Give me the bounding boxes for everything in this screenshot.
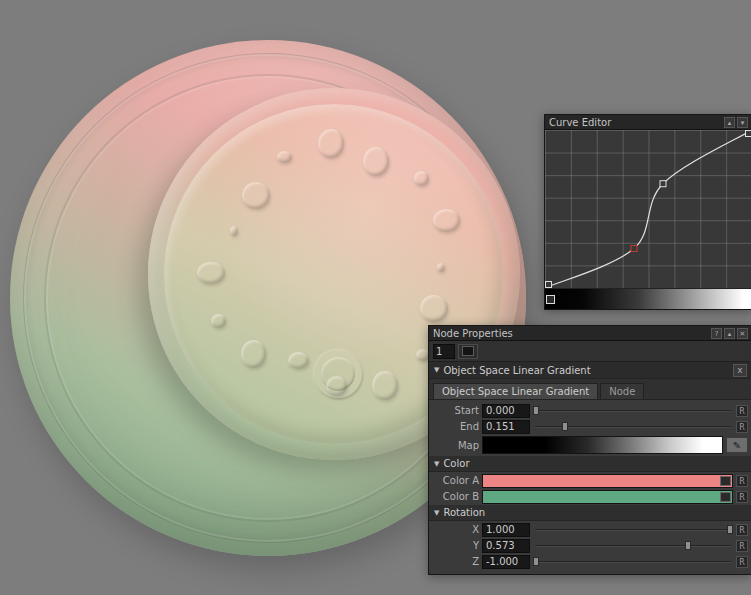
rotation-x-slider-thumb[interactable] <box>727 525 733 534</box>
rotation-x-label: X <box>433 524 479 535</box>
help-icon[interactable]: ? <box>711 328 722 339</box>
map-gradient-preview[interactable] <box>482 436 723 454</box>
node-properties-toolbar: 1 <box>429 341 751 362</box>
rotation-y-slider-thumb[interactable] <box>685 541 691 550</box>
embossed-blob <box>288 352 309 369</box>
embossed-blob <box>433 209 461 232</box>
collapse-icon[interactable]: ▴ <box>724 328 735 339</box>
node-properties-panel: Node Properties ? ▴ ✕ 1 ▼ Object Space L… <box>428 325 751 575</box>
close-icon[interactable]: ✕ <box>737 328 748 339</box>
rotation-z-slider-thumb[interactable] <box>533 557 539 566</box>
color-a-swatch[interactable] <box>482 474 733 488</box>
map-edit-button[interactable]: ✎ <box>726 437 748 453</box>
rotation-x-reset-button[interactable]: R <box>736 524 748 536</box>
embossed-blob <box>242 182 270 209</box>
color-a-reset-button[interactable]: R <box>736 475 748 487</box>
collapse-up-icon[interactable]: ▴ <box>724 117 735 128</box>
rotation-section-header[interactable]: ▼ Rotation <box>429 505 751 521</box>
collapse-triangle-icon: ▼ <box>434 460 439 468</box>
embossed-blob <box>230 226 238 236</box>
start-reset-button[interactable]: R <box>736 405 748 417</box>
color-section-title: Color <box>443 458 469 469</box>
tab-node[interactable]: Node <box>600 383 644 399</box>
property-row-start: Start 0.000 R <box>433 403 748 418</box>
embossed-blob <box>241 340 266 369</box>
curve-graph-area[interactable] <box>545 130 751 289</box>
color-b-swatch[interactable] <box>482 490 733 504</box>
rotation-x-value-field[interactable]: 1.000 <box>482 523 530 537</box>
color-b-label: Color B <box>433 491 479 502</box>
start-slider-track <box>535 410 731 411</box>
node-properties-titlebar-icons: ? ▴ ✕ <box>711 328 748 339</box>
property-row-rotation-y: Y 0.573 R <box>433 538 748 553</box>
embossed-blob <box>420 295 448 322</box>
node-index-field[interactable]: 1 <box>433 344 455 359</box>
property-row-color-b: Color B R <box>433 489 748 504</box>
curve-svg <box>545 130 751 288</box>
gradient-node-title: Object Space Linear Gradient <box>443 365 590 376</box>
embossed-blob <box>277 151 291 163</box>
end-reset-button[interactable]: R <box>736 421 748 433</box>
collapse-down-icon[interactable]: ▾ <box>737 117 748 128</box>
rotation-z-reset-button[interactable]: R <box>736 556 748 568</box>
embossed-blob <box>326 376 347 396</box>
rotation-z-slider-track <box>535 561 731 562</box>
color-b-reset-button[interactable]: R <box>736 491 748 503</box>
node-list-button[interactable] <box>458 344 478 359</box>
start-slider-thumb[interactable] <box>533 406 539 415</box>
embossed-blob <box>211 314 226 329</box>
embossed-blob <box>363 147 388 176</box>
gradient-node-header[interactable]: ▼ Object Space Linear Gradient x <box>429 362 751 379</box>
end-value-field[interactable]: 0.151 <box>482 420 530 434</box>
node-properties-title: Node Properties <box>433 328 711 339</box>
curve-output-gradient[interactable] <box>545 289 751 309</box>
embossed-blob <box>372 371 397 400</box>
pencil-icon: ✎ <box>733 440 741 451</box>
texture-icon[interactable] <box>720 492 731 502</box>
curve-editor-title: Curve Editor <box>549 117 724 128</box>
collapse-triangle-icon: ▼ <box>434 366 439 374</box>
node-tabs: Object Space Linear Gradient Node <box>429 379 751 400</box>
property-rows: Start 0.000 R End 0.151 R Map <box>429 400 751 574</box>
rotation-y-value-field[interactable]: 0.573 <box>482 539 530 553</box>
rotation-y-slider[interactable] <box>533 538 733 553</box>
curve-editor-titlebar-icons: ▴ ▾ <box>724 117 748 128</box>
color-section-header[interactable]: ▼ Color <box>429 456 751 472</box>
start-value-field[interactable]: 0.000 <box>482 404 530 418</box>
texture-icon[interactable] <box>720 476 731 486</box>
rotation-z-value-field[interactable]: -1.000 <box>482 555 530 569</box>
property-row-rotation-z: Z -1.000 R <box>433 554 748 569</box>
end-slider-thumb[interactable] <box>562 422 568 431</box>
3d-viewport[interactable]: Curve Editor ▴ ▾ Node Properties ? ▴ ✕ 1 <box>0 0 751 595</box>
collapse-triangle-icon: ▼ <box>434 509 439 517</box>
rotation-x-slider-track <box>535 529 731 530</box>
start-slider[interactable] <box>533 403 733 418</box>
embossed-blob <box>197 262 225 284</box>
property-row-rotation-x: X 1.000 R <box>433 522 748 537</box>
rotation-y-label: Y <box>433 540 479 551</box>
rotation-x-slider[interactable] <box>533 522 733 537</box>
map-label: Map <box>433 440 479 451</box>
gradient-left-handle[interactable] <box>546 295 555 304</box>
tab-object-space-linear-gradient[interactable]: Object Space Linear Gradient <box>433 383 598 399</box>
curve-editor-titlebar[interactable]: Curve Editor ▴ ▾ <box>545 115 751 130</box>
node-properties-titlebar[interactable]: Node Properties ? ▴ ✕ <box>429 326 751 341</box>
rotation-z-slider[interactable] <box>533 554 733 569</box>
embossed-blob <box>414 171 429 186</box>
rotation-y-reset-button[interactable]: R <box>736 540 748 552</box>
rotation-section-title: Rotation <box>443 507 485 518</box>
property-row-map: Map ✎ <box>433 435 748 455</box>
end-slider[interactable] <box>533 419 733 434</box>
color-a-label: Color A <box>433 475 479 486</box>
curve-editor-panel: Curve Editor ▴ ▾ <box>544 114 751 310</box>
property-row-end: End 0.151 R <box>433 419 748 434</box>
embossed-blob <box>437 263 445 272</box>
rotation-y-slider-track <box>535 545 731 546</box>
end-label: End <box>433 421 479 432</box>
property-row-color-a: Color A R <box>433 473 748 488</box>
embossed-blob <box>318 129 344 158</box>
node-close-icon[interactable]: x <box>733 364 747 377</box>
rotation-z-label: Z <box>433 556 479 567</box>
node-thumbnail-icon <box>462 346 474 356</box>
start-label: Start <box>433 405 479 416</box>
